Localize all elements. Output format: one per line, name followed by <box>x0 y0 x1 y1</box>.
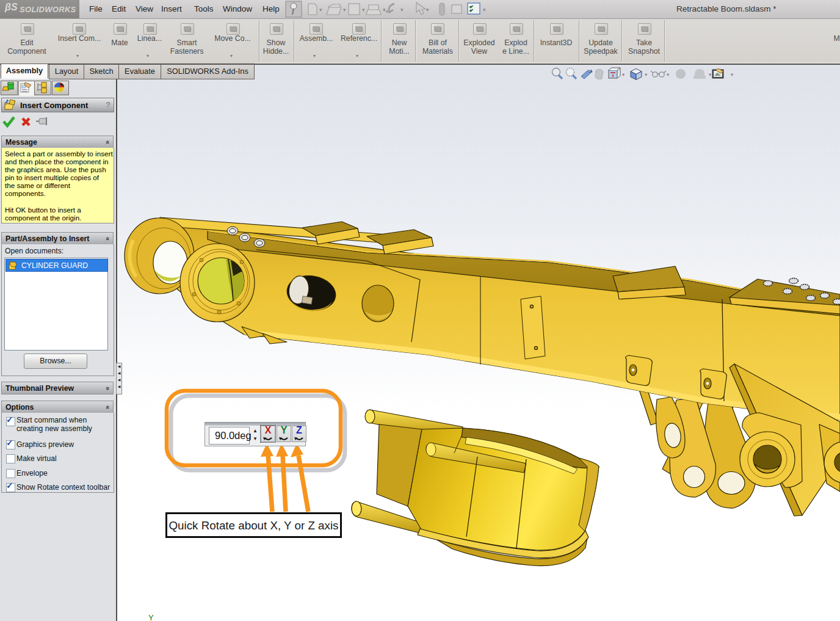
svg-text:▾: ▾ <box>383 7 386 13</box>
svg-text:▾: ▾ <box>731 71 734 78</box>
svg-text:▾: ▾ <box>319 7 322 13</box>
svg-text:▾: ▾ <box>362 7 365 13</box>
svg-text:Y: Y <box>148 613 154 621</box>
svg-text:▾: ▾ <box>709 71 712 78</box>
svg-text:▾: ▾ <box>622 71 625 78</box>
svg-text:▾: ▾ <box>400 7 404 13</box>
svg-text:▾: ▾ <box>667 71 670 78</box>
svg-text:▾: ▾ <box>645 71 648 78</box>
svg-text:▾: ▾ <box>426 7 429 13</box>
svg-text:▾: ▾ <box>483 7 486 13</box>
svg-text:▾: ▾ <box>343 7 346 13</box>
